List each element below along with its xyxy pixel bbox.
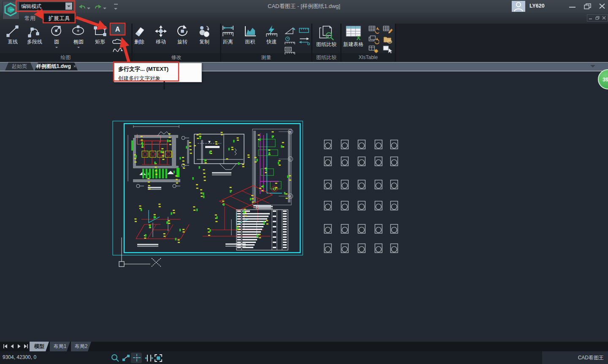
mtext-button[interactable]: A: [111, 24, 124, 35]
redo-icon: [95, 3, 102, 10]
measure-settings-button[interactable]: [298, 36, 310, 47]
tab-layout1[interactable]: 布局1: [50, 342, 70, 351]
mtext-tooltip: 多行文字... (MTEXT) 创建多行文字对象: [114, 63, 202, 82]
polyline-icon: [27, 24, 42, 38]
copy-icon: [197, 24, 212, 38]
next-layout-button[interactable]: [16, 343, 22, 349]
distance-icon: [221, 24, 235, 38]
chevron-down-icon: [87, 8, 90, 11]
ribbon-tab-row: [0, 13, 608, 24]
undo-icon: [79, 3, 86, 10]
chevron-down-icon: [67, 5, 71, 9]
ruler-button[interactable]: [298, 26, 310, 37]
tab-start-page[interactable]: 起始页: [5, 62, 34, 70]
rotate-button[interactable]: 旋转: [171, 24, 193, 53]
line-icon: [5, 24, 20, 38]
table-options-button[interactable]: [368, 45, 379, 56]
edit-table-button[interactable]: [383, 25, 394, 36]
undo-button[interactable]: [79, 3, 86, 10]
select-table-button[interactable]: [383, 45, 394, 56]
area-button[interactable]: 面积: [239, 24, 261, 53]
app-logo-icon: [3, 1, 18, 18]
drawing-canvas[interactable]: N L K: [0, 70, 608, 342]
svg-text:X: X: [356, 34, 361, 40]
minimize-button[interactable]: [567, 3, 578, 10]
lightning-icon: [264, 24, 279, 38]
chevron-down-icon[interactable]: [55, 47, 58, 49]
chevron-down-icon: [103, 8, 106, 11]
swap-arrows-icon: [298, 36, 310, 46]
redo-dropdown[interactable]: [103, 5, 106, 12]
last-layout-button[interactable]: [23, 343, 29, 349]
tab-home[interactable]: 常用: [19, 14, 41, 23]
quick-access-options[interactable]: [114, 4, 118, 11]
circle-icon: [49, 24, 64, 38]
document-tab-band: [0, 62, 608, 71]
doc-minimize-button[interactable]: [589, 16, 593, 20]
statusbar-app-label: CAD看图王: [542, 351, 608, 364]
protractor-icon: [284, 26, 296, 35]
rectangle-button[interactable]: 矩形: [89, 24, 111, 53]
crosshair-toggle-button[interactable]: [132, 353, 141, 362]
new-table-button[interactable]: X 新建表格: [340, 24, 366, 53]
zoom-tool-button[interactable]: [111, 353, 120, 363]
tab-model[interactable]: 模型: [30, 342, 49, 351]
move-button[interactable]: 移动: [150, 24, 172, 53]
line-button[interactable]: 直线: [2, 24, 24, 53]
layout-tab-row: [0, 342, 608, 351]
tab-list-dropdown[interactable]: [590, 65, 595, 70]
tab-sample-drawing[interactable]: 样例图纸1.dwg×: [35, 62, 78, 70]
group-label-modify: 修改: [133, 53, 220, 62]
status-bar: [0, 351, 608, 364]
chevron-down-icon[interactable]: [77, 47, 80, 49]
import-table-button[interactable]: [383, 35, 394, 46]
undo-dropdown[interactable]: [87, 5, 90, 12]
new-table-icon: X: [344, 24, 363, 40]
object-snap-button[interactable]: [122, 353, 131, 363]
split-view-button[interactable]: [144, 353, 154, 363]
previous-layout-button[interactable]: [9, 343, 15, 349]
freehand-button[interactable]: [111, 46, 123, 56]
update-all-tables-button[interactable]: [368, 35, 379, 46]
group-label-measure: 测量: [221, 53, 311, 62]
move-icon: [154, 24, 168, 38]
copy-button[interactable]: 复制: [193, 24, 215, 53]
doc-close-button[interactable]: [602, 16, 606, 20]
update-table-button[interactable]: [368, 25, 379, 36]
mode-selector-dropdown-button[interactable]: [65, 3, 72, 10]
measure-list-button[interactable]: [284, 46, 296, 57]
tooltip-title: 多行文字... (MTEXT): [118, 65, 201, 73]
quick-measure-button[interactable]: 快速: [261, 24, 282, 53]
close-button[interactable]: [596, 3, 608, 10]
continuous-measure-button[interactable]: [284, 36, 296, 47]
fullscreen-button[interactable]: [154, 353, 163, 363]
coordinates-readout: 9304, 42300, 0: [3, 354, 36, 360]
compare-drawings-button[interactable]: 图纸比较: [312, 24, 340, 53]
polyline-button[interactable]: 多段线: [24, 24, 46, 53]
chevron-down-icon: [114, 8, 117, 11]
tooltip-description: 创建多行文字对象: [118, 75, 201, 82]
first-layout-button[interactable]: [3, 343, 8, 349]
cad-drawing: N L K: [0, 70, 608, 342]
user-avatar[interactable]: [512, 1, 525, 12]
rectangle-icon: [93, 24, 107, 38]
distance-button[interactable]: 距离: [217, 24, 239, 53]
svg-text:K: K: [289, 195, 291, 198]
svg-text:L: L: [290, 158, 291, 161]
tab-layout2[interactable]: 布局2: [71, 342, 91, 351]
erase-button[interactable]: 删除: [128, 24, 150, 53]
list-ruler-icon: [284, 46, 296, 56]
circle-button[interactable]: 圆: [46, 24, 68, 53]
rotate-icon: [175, 24, 190, 38]
restore-button[interactable]: [582, 3, 594, 10]
cloud-icon: [111, 37, 123, 45]
tab-extended-tools[interactable]: 扩展工具: [44, 14, 74, 23]
ellipse-button[interactable]: 椭圆: [68, 24, 90, 53]
redo-button[interactable]: [95, 3, 102, 10]
eraser-icon: [132, 24, 147, 38]
angle-measure-button[interactable]: [284, 26, 296, 37]
person-icon: [512, 1, 525, 12]
app-logo[interactable]: [3, 1, 19, 19]
svg-text:N: N: [289, 130, 291, 133]
doc-restore-button[interactable]: [595, 16, 600, 20]
